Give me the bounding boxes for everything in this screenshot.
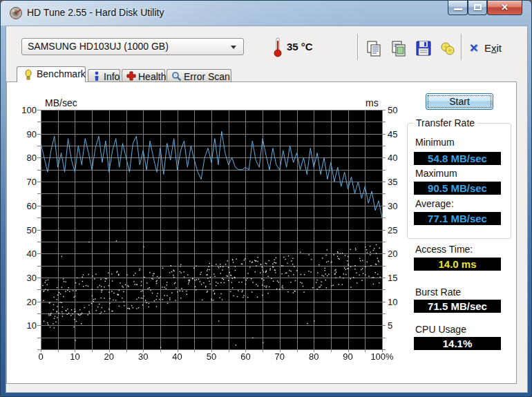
burst-rate-label: Burst Rate	[415, 287, 461, 298]
access-time-label: Access Time:	[415, 244, 473, 255]
average-value: 77.1 MB/sec	[414, 212, 501, 225]
start-button[interactable]: Start	[426, 93, 493, 110]
right-axis-title: ms	[365, 97, 379, 108]
left-axis-tick-label: 30	[27, 272, 37, 282]
exit-x-icon: ✕	[469, 41, 478, 55]
right-axis-tick-label: 15	[388, 272, 397, 282]
right-axis-tick-label: 10	[388, 296, 397, 307]
tab-health[interactable]: Health	[122, 69, 165, 82]
tab-health-label: Health	[138, 71, 166, 82]
benchmark-icon	[23, 69, 33, 81]
toolbar-separator	[461, 34, 462, 60]
copy-image-icon[interactable]	[390, 39, 408, 57]
left-axis-ticks: 100908070605040302010	[5, 110, 37, 349]
cpu-usage-label: CPU Usage	[415, 324, 466, 335]
drive-select-combobox[interactable]: SAMSUNG HD103UJ (1000 GB)	[21, 38, 244, 55]
burst-rate-value: 71.5 MB/sec	[414, 300, 501, 313]
x-axis-tick-label: 100%	[370, 351, 393, 362]
info-icon	[93, 71, 101, 81]
temperature-value: 35 °C	[287, 41, 313, 52]
left-axis-tick-label: 80	[27, 153, 37, 163]
drive-select-value: SAMSUNG HD103UJ (1000 GB)	[28, 41, 169, 52]
thermometer-icon	[272, 37, 283, 57]
chevron-down-icon	[231, 46, 236, 49]
x-axis-tick-label: 80	[309, 351, 319, 362]
right-axis-tick-label: 20	[388, 249, 397, 259]
title-bar[interactable]: HD Tune 2.55 - Hard Disk Utility ✕	[1, 1, 532, 26]
maximize-icon	[474, 4, 482, 10]
x-axis-tick-label: 70	[275, 351, 285, 362]
maximize-button[interactable]	[468, 1, 487, 15]
right-axis-tick-label: 30	[388, 200, 397, 211]
health-icon	[126, 71, 136, 81]
minimize-icon	[454, 8, 462, 10]
left-axis-title: MB/sec	[45, 97, 77, 108]
x-axis-tick-label: 50	[207, 351, 216, 362]
left-axis-tick-label: 90	[27, 128, 37, 139]
left-axis-tick-label: 50	[27, 224, 37, 235]
x-axis-tick-label: 60	[240, 351, 250, 362]
left-axis-tick-label: 60	[27, 200, 37, 211]
options-icon[interactable]	[439, 39, 457, 57]
right-axis-tick-label: 35	[388, 177, 397, 187]
x-axis-tick-label: 30	[138, 351, 148, 362]
left-axis-tick-label: 10	[27, 320, 37, 331]
left-axis-tick-label: 20	[27, 296, 37, 307]
window-title: HD Tune 2.55 - Hard Disk Utility	[27, 1, 164, 26]
minimize-button[interactable]	[448, 1, 468, 15]
access-time-value: 14.0 ms	[414, 258, 501, 271]
x-axis-tick-label: 40	[172, 351, 182, 362]
x-axis-ticks: 0102030405060708090100%	[41, 351, 400, 364]
close-button[interactable]: ✕	[487, 1, 522, 15]
right-axis-tick-label: 50	[388, 105, 397, 115]
copy-icon[interactable]	[365, 39, 383, 57]
tab-error-scan[interactable]: Error Scan	[167, 69, 231, 82]
left-axis-tick-label: 70	[27, 177, 37, 187]
right-axis-tick-label: 45	[388, 128, 397, 139]
exit-button[interactable]: ✕ Exit	[468, 39, 516, 57]
maximum-label: Maximum	[415, 168, 457, 179]
error-scan-icon	[171, 71, 182, 81]
close-icon: ✕	[488, 2, 522, 12]
x-axis-tick-label: 0	[38, 351, 43, 362]
tab-benchmark[interactable]: Benchmark	[17, 66, 86, 82]
benchmark-chart	[37, 110, 386, 353]
x-axis-tick-label: 90	[343, 351, 352, 362]
right-axis-tick-label: 25	[388, 224, 397, 235]
right-axis-tick-label: 40	[388, 153, 397, 163]
x-axis-tick-label: 10	[70, 351, 79, 362]
minimum-label: Minimum	[415, 137, 455, 148]
tab-info[interactable]: Info	[88, 69, 120, 82]
tab-error-scan-label: Error Scan	[184, 71, 230, 82]
average-label: Average:	[415, 198, 454, 209]
tab-info-label: Info	[104, 71, 120, 82]
app-icon	[9, 6, 23, 20]
cpu-usage-value: 14.1%	[414, 337, 501, 350]
transfer-rate-title: Transfer Rate	[413, 117, 477, 128]
minimum-value: 54.8 MB/sec	[414, 152, 501, 165]
maximum-value: 90.5 MB/sec	[414, 182, 501, 195]
left-axis-tick-label: 40	[27, 249, 37, 259]
tab-benchmark-label: Benchmark	[37, 68, 86, 79]
save-icon[interactable]	[415, 39, 433, 57]
exit-label: Exit	[484, 42, 502, 54]
left-axis-tick-label: 100	[21, 105, 37, 115]
toolbar-separator	[357, 34, 359, 60]
x-axis-tick-label: 20	[104, 351, 114, 362]
right-axis-tick-label: 5	[388, 320, 392, 331]
hd-tune-window: HD Tune 2.55 - Hard Disk Utility ✕ SAMSU…	[0, 0, 532, 397]
